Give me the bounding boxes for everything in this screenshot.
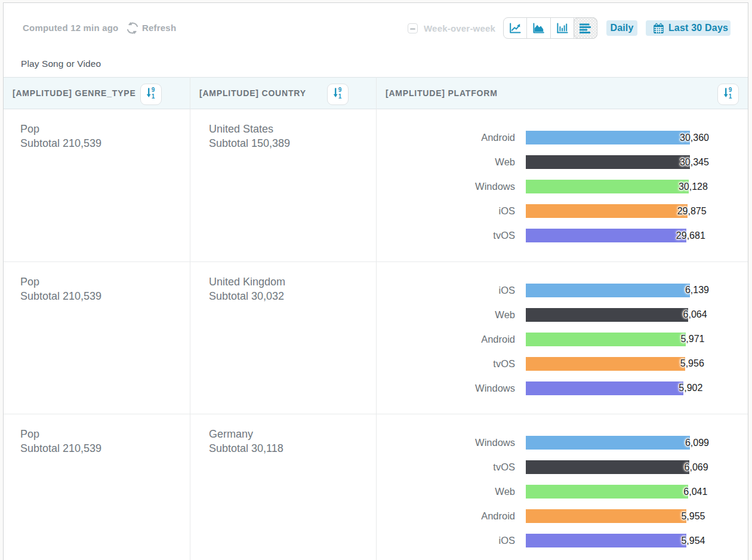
chart-panel: Computed 12 min ago Refresh Week-over-we… <box>3 2 748 560</box>
platform-bar[interactable]: 6,099 <box>526 436 690 450</box>
platform-bar[interactable]: 29,875 <box>526 204 688 218</box>
platform-bar-value: 6,069 <box>685 462 708 473</box>
platform-bar[interactable]: 6,139 <box>526 284 690 297</box>
date-range-label: Last 30 Days <box>668 23 728 33</box>
date-range-button[interactable]: Last 30 Days <box>646 20 731 36</box>
country-subtotal: Subtotal 150,389 <box>209 136 290 150</box>
refresh-icon <box>125 21 140 35</box>
platform-bar-label: tvOS <box>386 357 515 371</box>
table-row: PopSubtotal 210,539GermanySubtotal 30,11… <box>4 414 748 560</box>
platform-bar[interactable]: 6,064 <box>526 308 688 322</box>
platform-bar-value: 6,064 <box>683 309 707 320</box>
platform-bar-label: Windows <box>386 381 515 395</box>
sort-button-country[interactable]: 91 <box>327 84 349 105</box>
platform-bar-label: Android <box>386 509 515 523</box>
table-row: PopSubtotal 210,539United StatesSubtotal… <box>4 109 748 262</box>
platform-bar-label: Web <box>386 308 515 322</box>
platform-bar-value: 5,902 <box>679 383 702 393</box>
platform-bar-value: 5,955 <box>681 511 705 522</box>
genre-subtotal: Subtotal 210,539 <box>20 289 101 303</box>
indeterminate-dash-icon <box>410 28 415 30</box>
column-chart-icon <box>556 21 569 35</box>
platform-bar[interactable]: 30,360 <box>526 131 690 144</box>
platform-bar-value: 6,139 <box>685 285 709 296</box>
area-chart-icon <box>532 21 545 35</box>
platform-bar-value: 6,099 <box>685 438 709 448</box>
calendar-icon <box>648 23 668 34</box>
chart-type-line-button[interactable] <box>504 18 527 38</box>
computed-timestamp: Computed 12 min ago <box>23 21 118 35</box>
sort-button-genre-type[interactable]: 91 <box>140 84 162 105</box>
platform-bar[interactable]: 5,902 <box>526 381 683 395</box>
genre-subtotal: Subtotal 210,539 <box>20 136 101 150</box>
platform-bar-label: iOS <box>386 284 515 297</box>
platform-bar-value: 30,360 <box>680 133 709 143</box>
platform-bar-value: 30,128 <box>679 181 708 192</box>
genre-cell: PopSubtotal 210,539 <box>20 427 101 456</box>
platform-bar-label: Web <box>386 155 515 169</box>
platform-bar-label: tvOS <box>386 460 515 474</box>
platform-bar[interactable]: 30,128 <box>526 180 689 193</box>
platform-bar-value: 6,041 <box>683 487 707 497</box>
platform-bar-value: 30,345 <box>680 157 709 168</box>
country-cell: United StatesSubtotal 150,389 <box>209 122 290 150</box>
sort-descending-icon: 91 <box>331 87 344 102</box>
genre-value: Pop <box>20 275 101 289</box>
sort-descending-icon: 91 <box>144 87 158 102</box>
week-over-week-checkbox[interactable] <box>408 23 418 33</box>
platform-bar[interactable]: 6,041 <box>526 485 688 499</box>
chart-type-horizontal-bar-button[interactable] <box>574 17 597 39</box>
platform-bar[interactable]: 30,345 <box>526 155 690 169</box>
svg-text:1: 1 <box>729 93 732 100</box>
column-header-country: [AMPLITUDE] COUNTRY <box>199 78 306 109</box>
column-header-platform: [AMPLITUDE] PLATFORM <box>386 78 498 109</box>
genre-value: Pop <box>20 427 101 441</box>
analytics-panel-screen: Computed 12 min ago Refresh Week-over-we… <box>0 0 752 560</box>
svg-text:1: 1 <box>338 93 342 100</box>
platform-bar[interactable]: 5,954 <box>526 534 686 547</box>
country-value: United States <box>209 122 290 136</box>
table-row: PopSubtotal 210,539United KingdomSubtota… <box>4 262 748 415</box>
genre-subtotal: Subtotal 210,539 <box>20 441 101 456</box>
svg-text:1: 1 <box>152 93 155 100</box>
week-over-week-label: Week-over-week <box>424 23 495 33</box>
interval-label: Daily <box>610 23 633 33</box>
platform-bar[interactable]: 29,681 <box>526 229 686 242</box>
line-chart-icon <box>508 21 522 35</box>
chart-type-column-button[interactable] <box>551 18 574 38</box>
interval-button[interactable]: Daily <box>606 20 637 36</box>
platform-bar-label: Windows <box>386 180 515 193</box>
country-value: United Kingdom <box>209 275 285 289</box>
genre-cell: PopSubtotal 210,539 <box>20 275 101 303</box>
platform-bar-value: 5,956 <box>680 358 704 369</box>
week-over-week-toggle[interactable]: Week-over-week <box>408 20 495 36</box>
platform-bar[interactable]: 5,956 <box>526 357 685 371</box>
genre-value: Pop <box>20 122 101 136</box>
sort-button-platform[interactable]: 91 <box>717 84 739 105</box>
platform-bar-value: 29,681 <box>676 230 705 241</box>
platform-bar-label: iOS <box>386 204 515 218</box>
platform-bar-label: Windows <box>386 436 515 450</box>
horizontal-bar-chart-icon <box>579 22 591 35</box>
country-cell: United KingdomSubtotal 30,032 <box>209 275 285 303</box>
refresh-button[interactable]: Refresh <box>125 19 176 37</box>
platform-bar-label: Android <box>386 131 515 144</box>
platform-bar-value: 29,875 <box>677 206 707 217</box>
refresh-label: Refresh <box>142 21 176 35</box>
country-subtotal: Subtotal 30,032 <box>209 289 285 303</box>
genre-cell: PopSubtotal 210,539 <box>20 122 101 150</box>
platform-bar-label: iOS <box>386 534 515 547</box>
platform-bar-label: Android <box>386 333 515 346</box>
platform-bar-label: tvOS <box>386 229 515 242</box>
platform-bar[interactable]: 6,069 <box>526 460 689 474</box>
chart-type-area-button[interactable] <box>527 18 550 38</box>
event-title: Play Song or Video <box>21 59 101 69</box>
country-cell: GermanySubtotal 30,118 <box>209 427 283 456</box>
chart-type-switcher <box>503 17 597 39</box>
country-subtotal: Subtotal 30,118 <box>209 441 283 456</box>
platform-bar-value: 5,971 <box>680 334 704 344</box>
platform-bar[interactable]: 5,971 <box>526 333 686 346</box>
column-header-genre-type: [AMPLITUDE] GENRE_TYPE <box>13 78 136 109</box>
platform-bar[interactable]: 5,955 <box>526 509 686 523</box>
sort-descending-icon: 91 <box>722 87 735 102</box>
